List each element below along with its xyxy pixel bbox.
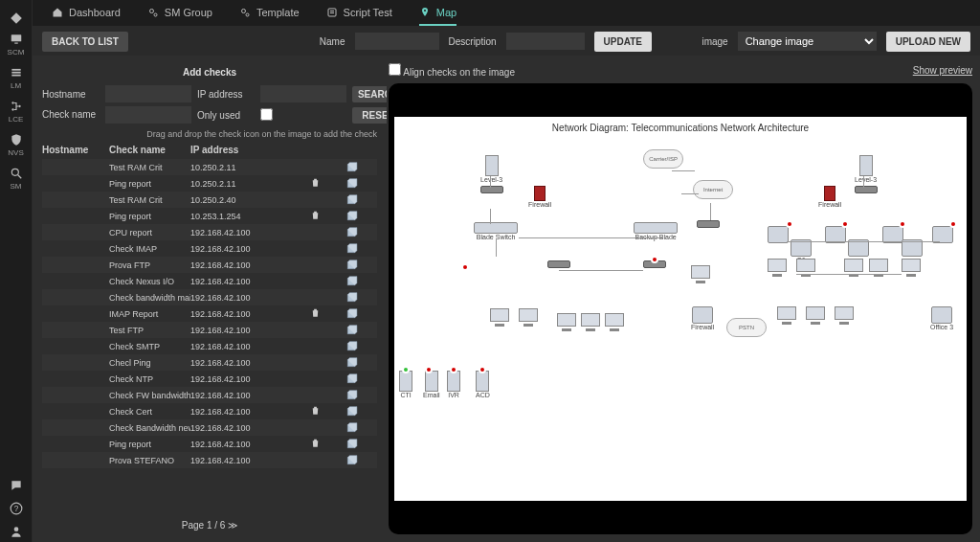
table-row: Test RAM Crit10.250.2.40 (42, 192, 377, 208)
status-dot[interactable] (786, 220, 793, 228)
drag-icon[interactable] (345, 275, 358, 287)
check-name: Check Cert (109, 407, 190, 417)
back-button[interactable]: BACK TO LIST (42, 32, 128, 52)
drag-hint: Drag and drop the check icon on the imag… (42, 129, 377, 139)
drag-icon[interactable] (345, 421, 358, 434)
table-row: Check Bandwidth new192.168.42.100 (42, 419, 377, 436)
align-checkbox[interactable] (389, 63, 401, 76)
check-ip: 192.168.42.100 (190, 391, 286, 400)
drag-icon[interactable] (345, 193, 358, 206)
check-ip: 192.168.42.100 (190, 374, 286, 384)
check-name: Check SMTP (109, 342, 190, 351)
diagram-title: Network Diagram: Telecommunications Netw… (394, 117, 967, 133)
check-name: Ping report (109, 179, 190, 189)
table-header: Hostname Check name IP address (42, 143, 377, 159)
change-image-select[interactable]: Change image (738, 32, 877, 51)
drag-icon[interactable] (345, 389, 358, 401)
map-toolbar: BACK TO LIST Name Description UPDATE ima… (33, 27, 980, 56)
update-button[interactable]: UPDATE (594, 32, 652, 52)
status-dot[interactable] (461, 263, 469, 271)
table-row: Ping report10.250.2.11 (42, 175, 377, 192)
check-name: Checl Ping (109, 358, 190, 368)
drag-icon[interactable] (345, 405, 358, 418)
drag-icon[interactable] (345, 210, 358, 222)
table-row: Ping report192.168.42.100 (42, 436, 377, 452)
sidebar-item-nvs[interactable]: NVS (8, 127, 25, 161)
svg-line-9 (17, 175, 21, 179)
drag-icon[interactable] (345, 259, 358, 271)
tab-template[interactable]: Template (239, 0, 300, 26)
drag-icon[interactable] (345, 226, 358, 238)
check-name: Check FW bandwidth (109, 391, 190, 400)
brand-logo (0, 6, 32, 27)
status-dot[interactable] (841, 220, 849, 228)
check-name: Check NTP (109, 374, 190, 384)
drag-icon[interactable] (345, 291, 358, 304)
check-ip: 192.168.42.100 (190, 326, 286, 335)
checkname-input[interactable] (105, 106, 191, 124)
ip-input[interactable] (260, 85, 346, 102)
drag-icon[interactable] (345, 242, 358, 255)
sidebar-item-sm[interactable]: SM (8, 161, 25, 194)
table-row: Check IMAP192.168.42.100 (42, 240, 377, 257)
drag-icon[interactable] (345, 454, 358, 466)
search-button[interactable]: SEARCH (352, 86, 387, 102)
tab-map[interactable]: Map (419, 0, 457, 26)
name-label: Name (320, 36, 345, 47)
table-row: Check bandwidth mail192.168.42.100 (42, 289, 377, 305)
status-dot[interactable] (949, 220, 957, 228)
nav-sidebar: SCMLMLCENVSSM ? (0, 0, 33, 542)
checks-panel: Add checks Hostname IP address SEARCH Ch… (33, 56, 387, 542)
check-name: Test RAM Crit (109, 195, 190, 205)
sidebar-help-icon[interactable]: ? (10, 496, 23, 519)
check-ip: 192.168.42.100 (190, 293, 286, 303)
drag-icon[interactable] (345, 307, 358, 320)
drag-icon[interactable] (345, 324, 358, 336)
trash-icon[interactable] (310, 177, 321, 190)
drag-icon[interactable] (345, 340, 358, 352)
status-dot[interactable] (899, 220, 906, 228)
trash-icon[interactable] (310, 307, 321, 320)
trash-icon[interactable] (310, 438, 321, 450)
tab-script-test[interactable]: Script Test (326, 0, 392, 26)
svg-rect-4 (11, 75, 20, 77)
check-name: IMAP Report (109, 309, 190, 319)
table-row: Ping report10.253.1.254 (42, 208, 377, 224)
check-ip: 10.250.2.40 (190, 195, 286, 205)
check-name: Prova FTP (109, 260, 190, 270)
sidebar-item-lce[interactable]: LCE (8, 94, 25, 127)
drag-icon[interactable] (345, 356, 358, 369)
drag-icon[interactable] (345, 438, 358, 450)
tab-sm-group[interactable]: SM Group (147, 0, 212, 26)
drag-icon[interactable] (345, 177, 358, 190)
drag-icon[interactable] (345, 373, 358, 385)
map-canvas[interactable]: Network Diagram: Telecommunications Netw… (389, 83, 972, 534)
upload-button[interactable]: UPLOAD NEW (886, 32, 970, 52)
check-ip: 192.168.42.100 (190, 423, 286, 433)
check-ip: 192.168.42.100 (190, 244, 286, 254)
reset-button[interactable]: RESET (352, 107, 387, 124)
sidebar-item-scm[interactable]: SCM (8, 27, 25, 60)
show-preview-link[interactable]: Show preview (913, 65, 972, 76)
sidebar-item-lm[interactable]: LM (8, 60, 25, 94)
onlyused-checkbox[interactable] (260, 108, 273, 121)
desc-input[interactable] (506, 33, 585, 50)
align-checks-label[interactable]: Align checks on the image (389, 63, 515, 78)
table-row: Check FW bandwidth192.168.42.100 (42, 387, 377, 403)
trash-icon[interactable] (310, 405, 321, 418)
sidebar-user-icon[interactable] (10, 519, 23, 542)
next-page[interactable]: ≫ (228, 520, 237, 531)
hostname-input[interactable] (105, 85, 191, 102)
svg-point-18 (424, 10, 426, 11)
name-input[interactable] (355, 33, 439, 50)
check-ip: 192.168.42.100 (190, 228, 286, 237)
check-ip: 192.168.42.100 (190, 407, 286, 417)
tab-dashboard[interactable]: Dashboard (52, 0, 121, 26)
drag-icon[interactable] (345, 161, 358, 173)
check-ip: 192.168.42.100 (190, 342, 286, 351)
network-diagram[interactable]: Network Diagram: Telecommunications Netw… (394, 117, 967, 500)
trash-icon[interactable] (310, 210, 321, 222)
sidebar-chat-icon[interactable] (10, 473, 23, 496)
table-row: IMAP Report192.168.42.100 (42, 305, 377, 322)
check-name: Check Bandwidth new (109, 423, 190, 433)
